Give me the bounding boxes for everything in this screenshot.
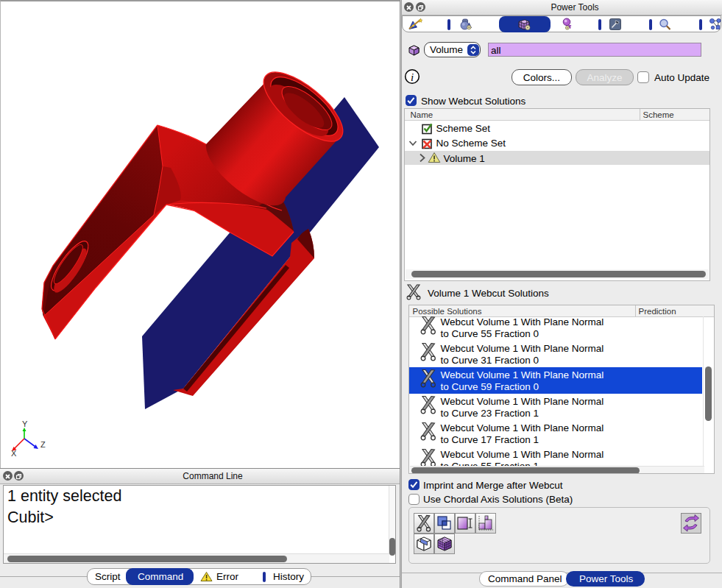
svg-text:i: i: [411, 71, 414, 83]
svg-text:X: X: [11, 449, 17, 458]
svg-text:Y: Y: [22, 419, 28, 428]
svg-text:Z: Z: [40, 440, 46, 449]
